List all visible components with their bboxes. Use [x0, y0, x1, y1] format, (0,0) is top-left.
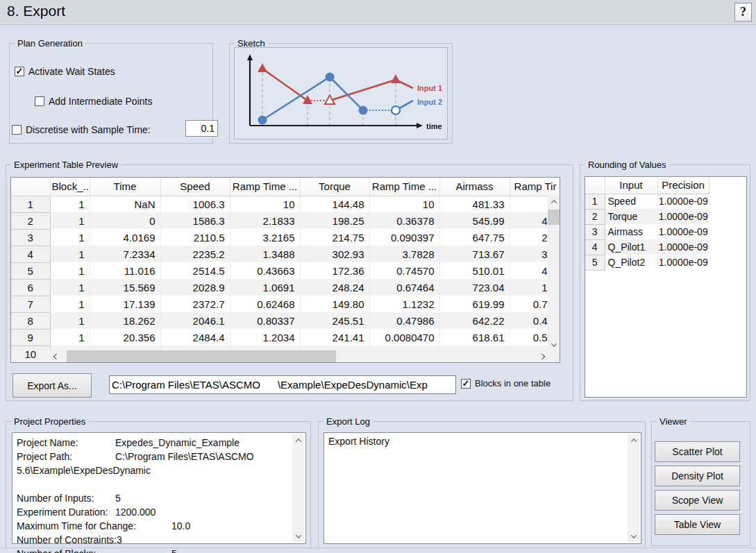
- scatter-plot-button[interactable]: Scatter Plot: [655, 441, 740, 462]
- column-header[interactable]: Time: [90, 178, 160, 196]
- scroll-down-button[interactable]: [548, 339, 560, 350]
- scroll-right-button[interactable]: [536, 350, 548, 362]
- cell[interactable]: 149.80: [300, 296, 369, 312]
- cell[interactable]: 0.62468: [230, 296, 300, 312]
- add-intermediate-points-checkbox[interactable]: [35, 96, 44, 106]
- cell[interactable]: 172.36: [300, 262, 369, 279]
- scope-view-button[interactable]: Scope View: [655, 490, 740, 511]
- row-number-cell[interactable]: 8: [11, 312, 50, 329]
- vertical-scrollbar[interactable]: [628, 434, 639, 542]
- cell[interactable]: Speed: [605, 194, 657, 209]
- cell[interactable]: 545.99: [439, 212, 510, 229]
- cell[interactable]: 198.25: [300, 212, 369, 229]
- cell[interactable]: 1.2034: [230, 329, 300, 346]
- cell[interactable]: 481.33: [439, 196, 510, 212]
- scroll-left-button[interactable]: [50, 350, 62, 362]
- row-number-cell[interactable]: 3: [585, 224, 605, 239]
- help-button[interactable]: ?: [734, 3, 752, 22]
- cell[interactable]: 0.0080470: [369, 329, 439, 346]
- cell[interactable]: 302.93: [300, 246, 369, 262]
- cell[interactable]: 144.48: [300, 196, 369, 212]
- cell[interactable]: 2514.5: [160, 262, 230, 279]
- column-header[interactable]: Torque: [300, 178, 369, 196]
- cell[interactable]: 1: [50, 262, 90, 279]
- cell[interactable]: 1: [50, 329, 90, 346]
- row-number-cell[interactable]: 10: [11, 346, 50, 362]
- cell[interactable]: 2484.4: [160, 329, 230, 346]
- column-header[interactable]: [585, 177, 605, 194]
- cell[interactable]: 1.0000e-09: [657, 255, 709, 270]
- row-number-cell[interactable]: 2: [11, 212, 50, 229]
- scrollbar-thumb[interactable]: [548, 210, 560, 225]
- cell[interactable]: 619.99: [439, 296, 510, 312]
- cell[interactable]: 15.569: [90, 279, 160, 296]
- cell[interactable]: 1.0000e-09: [657, 209, 709, 224]
- column-header[interactable]: Airmass: [439, 178, 510, 196]
- activate-wait-states-checkbox[interactable]: [15, 67, 24, 76]
- cell[interactable]: 1: [50, 196, 90, 212]
- row-number-cell[interactable]: 5: [11, 262, 50, 279]
- cell[interactable]: 0: [90, 212, 160, 229]
- cell[interactable]: 0.090397: [369, 229, 439, 246]
- cell[interactable]: 0.43663: [230, 262, 300, 279]
- row-number-cell[interactable]: 9: [11, 329, 50, 346]
- cell[interactable]: 20.356: [90, 329, 160, 346]
- column-header[interactable]: Ramp Time ...: [230, 178, 300, 196]
- cell[interactable]: 1.0691: [230, 279, 300, 296]
- cell[interactable]: 1.0000e-09: [657, 224, 709, 239]
- column-header[interactable]: Speed: [160, 178, 230, 196]
- scroll-up-button[interactable]: [548, 196, 560, 207]
- cell[interactable]: 4.0169: [90, 229, 160, 246]
- cell[interactable]: 2110.5: [160, 229, 230, 246]
- vertical-scrollbar[interactable]: [548, 196, 560, 350]
- cell[interactable]: 0.80337: [230, 312, 300, 329]
- scroll-up-button[interactable]: [628, 434, 639, 446]
- cell[interactable]: 2372.7: [160, 296, 230, 312]
- cell[interactable]: 1.0000e-09: [657, 239, 709, 255]
- cell[interactable]: 10: [230, 196, 300, 212]
- cell[interactable]: 11.016: [90, 262, 160, 279]
- cell[interactable]: 7.2334: [90, 246, 160, 262]
- cell[interactable]: 1: [50, 279, 90, 296]
- cell[interactable]: 0.74570: [369, 262, 439, 279]
- cell[interactable]: 0.47986: [369, 312, 439, 329]
- row-number-cell[interactable]: 7: [11, 296, 50, 312]
- cell[interactable]: Q_Pilot1: [605, 239, 657, 255]
- cell[interactable]: 248.24: [300, 279, 369, 296]
- cell[interactable]: 2235.2: [160, 246, 230, 262]
- cell[interactable]: 723.04: [439, 279, 510, 296]
- cell[interactable]: 2.1833: [230, 212, 300, 229]
- cell[interactable]: 642.22: [439, 312, 510, 329]
- cell[interactable]: 1.3488: [230, 246, 300, 262]
- column-header[interactable]: Input: [605, 177, 657, 194]
- row-number-cell[interactable]: 1: [11, 196, 50, 212]
- cell[interactable]: 245.51: [300, 312, 369, 329]
- cell[interactable]: 241.41: [300, 329, 369, 346]
- cell[interactable]: 0.67464: [369, 279, 439, 296]
- cell[interactable]: 0.36378: [369, 212, 439, 229]
- cell[interactable]: 17.139: [90, 296, 160, 312]
- scroll-down-button[interactable]: [628, 530, 639, 542]
- cell[interactable]: 713.67: [439, 246, 510, 262]
- cell[interactable]: 2046.1: [160, 312, 230, 329]
- scrollbar-thumb[interactable]: [67, 350, 336, 362]
- density-plot-button[interactable]: Density Plot: [655, 466, 740, 486]
- blocks-in-one-table-checkbox[interactable]: [461, 379, 471, 389]
- row-number-cell[interactable]: 5: [585, 255, 605, 270]
- cell[interactable]: 1.0000e-09: [657, 194, 709, 209]
- cell[interactable]: 1586.3: [160, 212, 230, 229]
- discretise-sample-time-checkbox[interactable]: [12, 125, 22, 135]
- cell[interactable]: Airmass: [605, 224, 657, 239]
- cell[interactable]: 1: [50, 312, 90, 329]
- cell[interactable]: 647.75: [439, 229, 510, 246]
- column-header[interactable]: Ramp Time ...: [369, 178, 439, 196]
- row-number-cell[interactable]: 1: [585, 194, 605, 209]
- row-number-cell[interactable]: 2: [585, 209, 605, 224]
- export-path-input[interactable]: [109, 375, 456, 394]
- horizontal-scrollbar[interactable]: [50, 350, 548, 362]
- export-as-button[interactable]: Export As...: [12, 373, 92, 398]
- cell[interactable]: 1.1232: [369, 296, 439, 312]
- cell[interactable]: 214.75: [300, 229, 369, 246]
- cell[interactable]: 18.262: [90, 312, 160, 329]
- column-header[interactable]: Block_...: [50, 178, 90, 196]
